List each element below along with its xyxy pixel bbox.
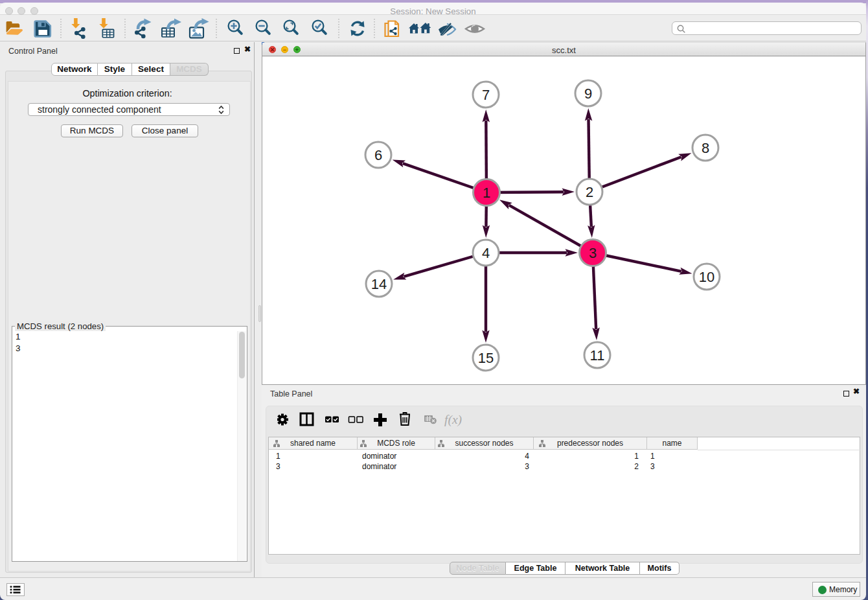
svg-text:11: 11 bbox=[590, 347, 605, 363]
svg-text:14: 14 bbox=[371, 276, 387, 292]
svg-text:6: 6 bbox=[374, 147, 382, 163]
svg-text:10: 10 bbox=[699, 269, 714, 285]
svg-text:15: 15 bbox=[478, 350, 494, 366]
svg-text:1: 1 bbox=[483, 185, 490, 201]
svg-text:3: 3 bbox=[589, 245, 597, 261]
svg-text:4: 4 bbox=[482, 245, 490, 261]
svg-text:9: 9 bbox=[584, 86, 592, 102]
svg-text:f(x): f(x) bbox=[444, 413, 462, 427]
svg-text:8: 8 bbox=[702, 140, 709, 156]
svg-text:2: 2 bbox=[586, 184, 593, 200]
svg-text:7: 7 bbox=[482, 87, 490, 103]
